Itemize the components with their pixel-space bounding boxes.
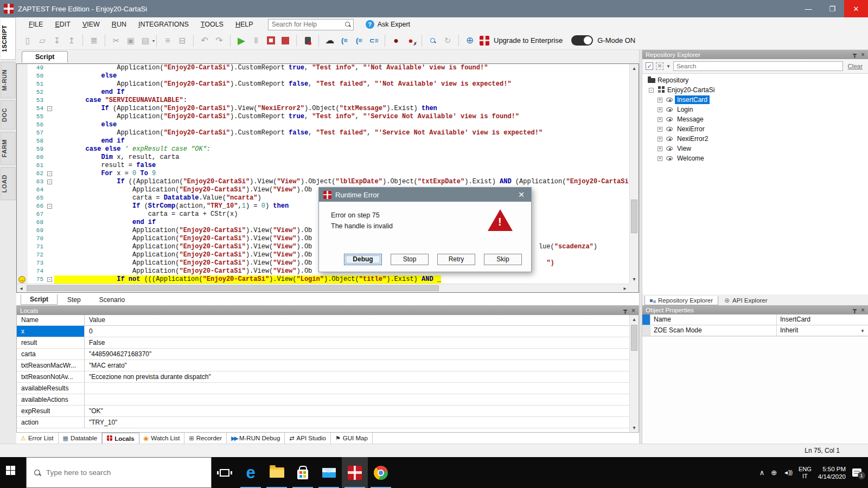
- editor-tab-scenario[interactable]: Scenario: [91, 295, 133, 305]
- side-tab-m-run[interactable]: M-RUN: [1, 62, 16, 98]
- language-indicator[interactable]: ENG IT: [799, 466, 812, 480]
- tree-item-view[interactable]: +View: [642, 144, 868, 153]
- expand-icon[interactable]: +: [658, 146, 662, 151]
- run-icon[interactable]: ▶: [235, 34, 247, 47]
- skip-button[interactable]: Skip: [484, 254, 522, 265]
- fold-collapse-icon[interactable]: -: [47, 171, 52, 176]
- redo-icon[interactable]: ↷: [213, 34, 225, 47]
- copy-icon[interactable]: ▣: [125, 34, 137, 47]
- close-icon[interactable]: ×: [861, 51, 865, 59]
- tree-item-nexierror[interactable]: +NexiError: [642, 124, 868, 134]
- scroll-down-icon[interactable]: ▾: [630, 423, 639, 432]
- settings-sliders-icon[interactable]: ≣: [88, 34, 100, 47]
- cut-icon[interactable]: ✂: [110, 34, 122, 47]
- code-line-51[interactable]: 51 Application("Enjoy20-CartaSi").Custom…: [17, 80, 629, 88]
- locals-row-availableactions[interactable]: availableActions: [17, 394, 639, 406]
- uncheck-all-icon[interactable]: ✕: [656, 62, 663, 70]
- outline-list-icon[interactable]: ⊟: [176, 34, 188, 47]
- pin-icon[interactable]: ┳: [853, 306, 857, 313]
- fold-collapse-icon[interactable]: -: [47, 277, 52, 282]
- code-line-50[interactable]: 50 else: [17, 72, 629, 80]
- locals-row-txtreasonmacwr[interactable]: txtReasonMacWr..."MAC errato": [17, 360, 639, 371]
- code-line-59[interactable]: 59 case else ' expResult case "OK":: [17, 145, 629, 153]
- locals-row-action[interactable]: action"TRY_10": [17, 417, 639, 428]
- cloud-icon[interactable]: ☁: [324, 34, 336, 47]
- menu-item-file[interactable]: FILE: [23, 18, 49, 30]
- menu-item-view[interactable]: VIEW: [76, 18, 106, 30]
- collapse-icon[interactable]: -: [649, 88, 654, 93]
- locals-row-expresult[interactable]: expResult"OK": [17, 406, 639, 417]
- code-line-75[interactable]: →75- If not (((Application("Enjoy20-Cart…: [17, 275, 629, 284]
- globe-icon[interactable]: ⊕: [464, 34, 476, 47]
- menu-item-integrations[interactable]: INTEGRATIONS: [132, 18, 195, 30]
- code-line-58[interactable]: 58 end if: [17, 137, 629, 145]
- chevron-down-icon[interactable]: ▼: [666, 64, 671, 69]
- expand-icon[interactable]: +: [658, 98, 662, 102]
- taskbar-search-box[interactable]: [26, 457, 212, 488]
- fold-collapse-icon[interactable]: -: [47, 204, 52, 209]
- property-row-zoe-scan-mode[interactable]: ZOE Scan ModeInherit▼: [642, 325, 868, 336]
- start-button[interactable]: [0, 457, 26, 488]
- tree-item-login[interactable]: +Login: [642, 105, 868, 114]
- close-button[interactable]: ✕: [844, 0, 868, 17]
- taskbar-chrome-icon[interactable]: [368, 457, 394, 488]
- code-line-62[interactable]: 62- For x = 0 To 9: [17, 170, 629, 178]
- network-icon[interactable]: ⊕: [771, 468, 777, 477]
- new-file-icon[interactable]: ▯: [22, 34, 34, 47]
- clock[interactable]: 5:50 PM 4/14/2020: [818, 465, 846, 480]
- tree-item-message[interactable]: +Message: [642, 114, 868, 124]
- scroll-right-icon[interactable]: ▸: [621, 284, 629, 293]
- editor-horizontal-scrollbar[interactable]: ◂ ▸: [17, 284, 629, 292]
- undo-icon[interactable]: ↶: [199, 34, 210, 47]
- locals-scrollbar[interactable]: ▴ ▾: [629, 315, 639, 432]
- tab-script[interactable]: Script: [22, 51, 68, 62]
- code-line-49[interactable]: 49 Application("Enjoy20-CartaSi").Custom…: [17, 64, 629, 72]
- code-line-60[interactable]: 60 Dim x, result, carta: [17, 153, 629, 162]
- debug-button[interactable]: Debug: [344, 254, 382, 265]
- menu-item-tools[interactable]: TOOLS: [195, 18, 229, 30]
- help-search-input[interactable]: [272, 21, 344, 28]
- editor-tab-step[interactable]: Step: [59, 295, 90, 305]
- repository-search-input[interactable]: [673, 61, 843, 71]
- minimize-button[interactable]: —: [796, 0, 820, 17]
- code-line-55[interactable]: 55 Application("Enjoy20-CartaSi").Custom…: [17, 113, 629, 121]
- taskbar-zaptest-icon[interactable]: [342, 457, 368, 488]
- close-icon[interactable]: ×: [631, 307, 635, 314]
- expand-icon[interactable]: +: [658, 156, 662, 161]
- menu-item-help[interactable]: HELP: [229, 18, 259, 30]
- notification-icon[interactable]: 1: [852, 468, 861, 477]
- export-script-icon[interactable]: ↥: [66, 34, 78, 47]
- property-row-name[interactable]: NameInsertCard: [642, 314, 868, 325]
- breakpoint-icon[interactable]: ●: [390, 34, 402, 47]
- scroll-down-icon[interactable]: ▾: [630, 275, 639, 284]
- tool-tab-m-run-debug[interactable]: ▶▶M-RUN Debug: [227, 433, 285, 444]
- help-search-box[interactable]: [268, 19, 354, 30]
- panel-tab-repository-explorer[interactable]: Repository Explorer: [644, 296, 718, 305]
- menu-item-edit[interactable]: EDIT: [49, 18, 76, 30]
- expand-icon[interactable]: +: [658, 107, 662, 112]
- taskbar-search-input[interactable]: [46, 468, 211, 477]
- fold-collapse-icon[interactable]: -: [47, 179, 52, 184]
- close-icon[interactable]: ×: [861, 306, 865, 314]
- menu-item-run[interactable]: RUN: [106, 18, 132, 30]
- column-header-value[interactable]: Value: [85, 315, 639, 325]
- tree-item-repository[interactable]: Repository: [642, 75, 868, 85]
- side-tab-doc[interactable]: DOC: [1, 100, 16, 130]
- editor-vertical-scrollbar[interactable]: ▴ ▾: [629, 64, 639, 284]
- tool-tab-recorder[interactable]: ⊞Recorder: [184, 433, 227, 444]
- stop-icon[interactable]: [279, 34, 291, 47]
- tree-item-nexierror2[interactable]: +NexiError2: [642, 134, 868, 144]
- expand-icon[interactable]: +: [658, 127, 662, 132]
- tray-chevron-icon[interactable]: ∧: [760, 468, 765, 477]
- search-again-icon[interactable]: ↻: [442, 34, 454, 47]
- ask-expert-button[interactable]: ? Ask Expert: [366, 20, 410, 29]
- locals-row-txtreasonnotav[interactable]: txtReasonNotAv..."Eccezione non prevista…: [17, 371, 639, 383]
- check-all-icon[interactable]: ✓: [646, 62, 653, 70]
- panel-tab-api-explorer[interactable]: ⊕API Explorer: [719, 296, 773, 305]
- taskbar-edge-icon[interactable]: e: [238, 457, 264, 488]
- code-line-53[interactable]: 53 case "SERVICEUNAVAILABLE":: [17, 97, 629, 105]
- column-header-name[interactable]: Name: [17, 315, 85, 325]
- gmode-toggle[interactable]: [571, 35, 593, 46]
- code-line-52[interactable]: 52 end If: [17, 88, 629, 97]
- record-bin-icon[interactable]: [302, 34, 314, 47]
